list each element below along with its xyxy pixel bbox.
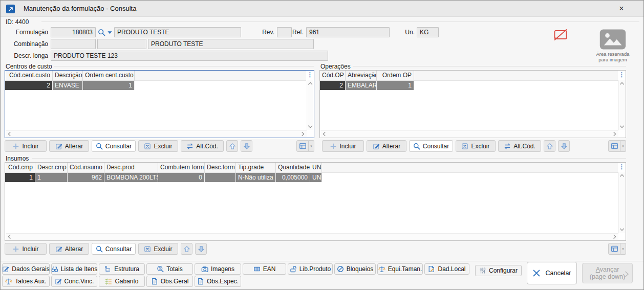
horizontal-scrollbar[interactable] [6,130,307,137]
grid-options-icon[interactable]: ⋮ [618,163,625,172]
cell-descricao[interactable]: ENVASE [53,81,83,90]
table-row[interactable]: 1 1 962 BOMBONA 200LTS 0 N-Não utiliza 0… [5,173,626,182]
estrutura-button[interactable]: Estrutura [99,263,145,275]
lib-produto-button[interactable]: Lib.Produto [288,263,333,275]
move-up-button[interactable] [226,140,238,152]
cell-cod-op[interactable]: 2 [320,81,346,90]
totais-button[interactable]: Totais [146,263,193,275]
scroll-down-icon[interactable] [308,124,312,128]
alterar-button[interactable]: Alterar [367,140,406,152]
column-header[interactable]: Cód.insumo [68,163,104,173]
scroll-right-icon[interactable] [612,235,616,239]
conc-vinc-button[interactable]: Conc.Vinc. [51,276,97,287]
dad-local-button[interactable]: Dad.Local [424,263,469,275]
operacoes-grid[interactable]: Cód.OP Abreviação Ordem OP 2 EMBALAR 1 ⋮ [319,70,626,138]
cell-cod-cent-custo[interactable]: 2 [5,81,53,90]
move-down-button[interactable] [558,140,570,152]
horizontal-scrollbar[interactable] [6,233,618,240]
grid-layout-icon[interactable] [608,140,620,152]
cell-tip-grade[interactable]: N-Não utiliza [236,173,276,182]
scroll-up-icon[interactable] [308,82,312,86]
grid-options-icon[interactable]: ⋮ [618,71,625,80]
scroll-right-icon[interactable] [612,132,616,136]
combinacao-desc-field[interactable] [148,39,314,49]
dropdown-arrow-icon[interactable] [106,29,113,36]
dados-gerais-button[interactable]: Dados Gerais [2,263,50,275]
incluir-button[interactable]: Incluir [5,140,47,152]
consultar-button[interactable]: Consultar [409,140,453,152]
column-header[interactable]: Cód.OP [320,71,346,81]
cell-desc-form[interactable] [205,173,236,182]
obs-espec-button[interactable]: Obs.Espec. [195,276,241,287]
configurar-button[interactable]: Configurar [475,265,522,276]
descr-longa-field[interactable] [51,51,328,61]
column-header[interactable]: Abreviação [346,71,377,81]
scroll-left-icon[interactable] [8,132,12,136]
cell-un[interactable]: UN [310,173,322,182]
alt-cod-button[interactable]: Alt.Cód. [181,140,224,152]
column-header[interactable]: Desc.prod [104,163,158,173]
move-up-button[interactable] [544,140,555,152]
scroll-down-icon[interactable] [620,227,624,231]
cancelar-button[interactable]: Cancelar [527,262,577,284]
move-down-button[interactable] [195,243,207,255]
table-row[interactable]: 2 EMBALAR 1 [320,81,626,90]
search-icon[interactable] [98,29,105,36]
alterar-button[interactable]: Alterar [49,243,89,255]
excluir-button[interactable]: Excluir [138,140,178,152]
grid-layout-dropdown-icon[interactable]: ▾ [309,140,314,152]
column-header[interactable]: Ordem cent.custo [83,71,135,81]
scroll-left-icon[interactable] [323,132,327,136]
scroll-left-icon[interactable] [8,235,12,239]
column-header[interactable]: Tip.grade [236,163,276,173]
scroll-up-icon[interactable] [620,174,624,179]
cell-cod-insumo[interactable]: 962 [68,173,104,182]
column-header[interactable]: Ordem OP [377,71,414,81]
move-up-button[interactable] [181,243,192,255]
scroll-up-icon[interactable] [620,82,624,86]
bloqueios-button[interactable]: Bloqueios [334,263,376,275]
cell-abreviacao[interactable]: EMBALAR [346,81,377,90]
grid-options-icon[interactable]: ⋮ [307,71,313,80]
formulacao-desc-field[interactable] [114,27,241,37]
centros-grid[interactable]: Cód.cent.custo Descrição Ordem cent.cust… [5,70,314,138]
incluir-button[interactable]: Incluir [5,243,47,255]
grid-layout-icon[interactable] [296,140,309,152]
ref-field[interactable] [306,27,390,37]
scroll-down-icon[interactable] [620,124,624,128]
cell-cod-cmp[interactable]: 1 [5,173,35,182]
column-header[interactable]: Quantidade [276,163,310,173]
alterar-button[interactable]: Alterar [49,140,89,152]
gabarito-button[interactable]: Gabarito [99,276,145,287]
column-header[interactable]: UN [310,163,322,173]
column-header[interactable]: Desc.form [205,163,236,173]
column-header[interactable]: Comb.item form [158,163,205,173]
vertical-scrollbar[interactable] [307,80,313,130]
ean-button[interactable]: EAN [243,263,286,275]
grid-layout-dropdown-icon[interactable]: ▾ [620,243,626,255]
close-icon[interactable]: × [615,3,628,14]
move-down-button[interactable] [241,140,252,152]
taloes-aux-button[interactable]: Talões Aux. [2,276,50,287]
consultar-button[interactable]: Consultar [92,243,136,255]
cell-ordem-op[interactable]: 1 [377,81,414,90]
cell-ordem[interactable]: 1 [83,81,135,90]
excluir-button[interactable]: Excluir [138,243,178,255]
cell-comb-item-form[interactable]: 0 [158,173,205,182]
combinacao-code2-field[interactable] [97,39,146,49]
incluir-button[interactable]: Incluir [322,140,364,152]
column-header[interactable]: Descrição [53,71,83,81]
imagens-button[interactable]: Imagens [195,263,241,275]
obs-geral-button[interactable]: Obs.Geral [146,276,193,287]
cell-quantidade[interactable]: 0,005000 [276,173,310,182]
cell-descr-cmp[interactable]: 1 [35,173,68,182]
cell-desc-prod[interactable]: BOMBONA 200LTS [104,173,158,182]
avancar-button[interactable]: Avançar (page down) [582,263,633,283]
alt-cod-button[interactable]: Alt.Cód. [498,140,541,152]
column-header[interactable]: Descr.cmp [35,163,68,173]
formulacao-code-field[interactable] [51,27,96,37]
lista-de-itens-button[interactable]: Lista de Itens [51,263,97,275]
vertical-scrollbar[interactable] [618,172,625,233]
excluir-button[interactable]: Excluir [456,140,496,152]
column-header[interactable]: Cód.cent.custo [5,71,53,81]
